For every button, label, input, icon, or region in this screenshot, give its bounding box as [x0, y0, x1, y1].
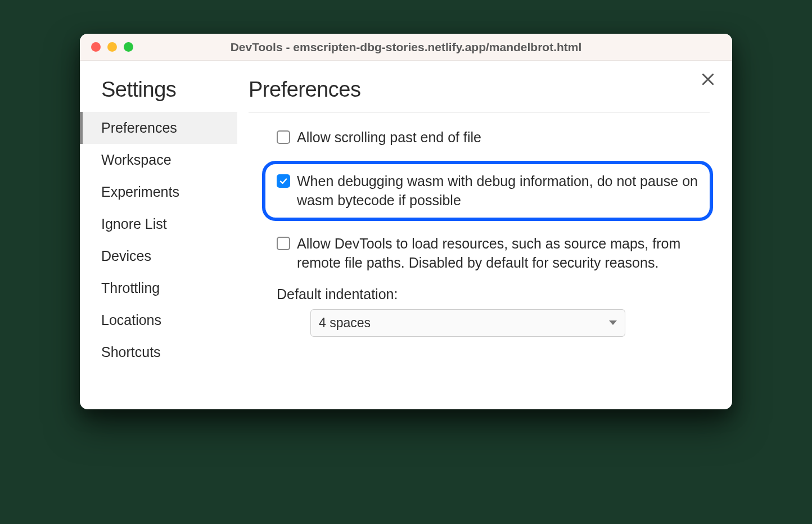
pref-allow-scroll-past-eof[interactable]: Allow scrolling past end of file	[277, 128, 710, 147]
pref-label: Allow scrolling past end of file	[297, 128, 481, 147]
sidebar-item-label: Ignore List	[101, 216, 167, 232]
sidebar-item-experiments[interactable]: Experiments	[80, 176, 237, 208]
window-title: DevTools - emscripten-dbg-stories.netlif…	[80, 40, 732, 54]
settings-sidebar: Settings Preferences Workspace Experimen…	[80, 61, 237, 409]
sidebar-item-shortcuts[interactable]: Shortcuts	[80, 336, 237, 368]
checkbox-icon[interactable]	[277, 130, 290, 144]
pref-wasm-no-pause-bytecode[interactable]: When debugging wasm with debug informati…	[262, 161, 713, 222]
indentation-select[interactable]: 4 spaces	[310, 309, 625, 337]
sidebar-item-label: Experiments	[101, 184, 179, 200]
titlebar: DevTools - emscripten-dbg-stories.netlif…	[80, 34, 732, 61]
chevron-down-icon	[609, 320, 617, 325]
zoom-window-button[interactable]	[124, 42, 133, 52]
sidebar-item-label: Workspace	[101, 152, 172, 168]
sidebar-item-label: Shortcuts	[101, 344, 161, 360]
close-icon[interactable]	[700, 71, 716, 88]
pref-allow-remote-file-paths[interactable]: Allow DevTools to load resources, such a…	[277, 234, 710, 273]
devtools-settings-window: DevTools - emscripten-dbg-stories.netlif…	[80, 34, 732, 409]
indentation-label: Default indentation:	[277, 286, 710, 302]
settings-body: Settings Preferences Workspace Experimen…	[80, 61, 732, 409]
preferences-list: Allow scrolling past end of file When de…	[249, 112, 710, 337]
select-value: 4 spaces	[319, 315, 371, 331]
sidebar-item-preferences[interactable]: Preferences	[80, 112, 237, 144]
settings-main: Preferences Allow scrolling past end of …	[237, 61, 732, 409]
page-title: Preferences	[249, 78, 710, 112]
sidebar-item-ignore-list[interactable]: Ignore List	[80, 208, 237, 240]
sidebar-item-workspace[interactable]: Workspace	[80, 144, 237, 176]
traffic-lights	[80, 42, 133, 52]
sidebar-item-label: Preferences	[101, 120, 177, 135]
pref-label: Allow DevTools to load resources, such a…	[297, 234, 710, 273]
checkbox-icon[interactable]	[277, 174, 290, 188]
sidebar-item-label: Throttling	[101, 280, 160, 296]
sidebar-item-devices[interactable]: Devices	[80, 240, 237, 272]
checkbox-icon[interactable]	[277, 237, 290, 250]
pref-label: When debugging wasm with debug informati…	[297, 172, 698, 210]
sidebar-item-throttling[interactable]: Throttling	[80, 272, 237, 304]
sidebar-item-label: Devices	[101, 248, 151, 264]
sidebar-item-locations[interactable]: Locations	[80, 304, 237, 336]
minimize-window-button[interactable]	[107, 42, 117, 52]
sidebar-title: Settings	[80, 78, 237, 112]
sidebar-item-label: Locations	[101, 312, 161, 328]
close-window-button[interactable]	[91, 42, 101, 52]
